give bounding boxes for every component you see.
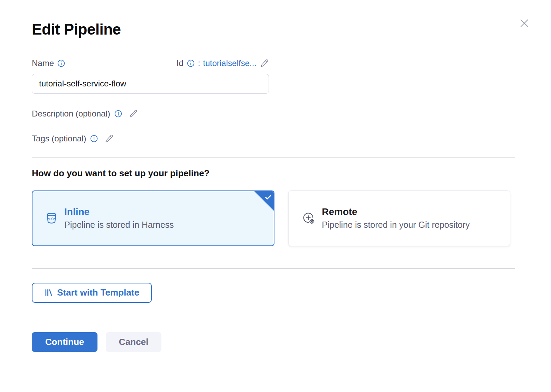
pencil-edit-icon[interactable] <box>129 109 138 118</box>
selected-corner-badge <box>254 191 274 211</box>
inline-option-description: Pipeline is stored in Harness <box>64 219 174 231</box>
id-value-link[interactable]: tutorialselfse... <box>203 58 256 68</box>
info-icon[interactable] <box>57 59 65 67</box>
inline-option-title: Inline <box>64 206 174 218</box>
store-option-inline[interactable]: </> Inline Pipeline is stored in Harness <box>32 190 274 246</box>
start-with-template-label: Start with Template <box>57 287 139 298</box>
inline-card-text: Inline Pipeline is stored in Harness <box>64 206 174 230</box>
name-id-row: Name Id : tutorialselfse... <box>32 58 269 68</box>
setup-heading: How do you want to set up your pipeline? <box>32 168 515 179</box>
close-button[interactable] <box>518 17 531 30</box>
start-with-template-button[interactable]: Start with Template <box>32 283 152 303</box>
divider <box>32 268 515 269</box>
info-icon[interactable] <box>187 59 195 67</box>
bucket-code-icon: </> <box>45 212 58 225</box>
id-label: Id <box>177 58 184 68</box>
description-label: Description (optional) <box>32 109 110 119</box>
tags-label: Tags (optional) <box>32 134 86 143</box>
description-row: Description (optional) <box>32 109 515 119</box>
dialog-actions: Continue Cancel <box>32 332 515 352</box>
store-option-remote[interactable]: Remote Pipeline is stored in your Git re… <box>288 190 510 246</box>
id-group: Id : tutorialselfse... <box>177 58 269 68</box>
close-icon <box>519 17 530 29</box>
continue-button[interactable]: Continue <box>32 332 97 352</box>
check-icon <box>264 193 272 201</box>
divider <box>32 157 515 158</box>
svg-text:</>: </> <box>48 216 55 221</box>
id-value-group: : tutorialselfse... <box>198 58 256 68</box>
info-icon[interactable] <box>90 135 98 142</box>
cancel-button[interactable]: Cancel <box>106 332 161 352</box>
pencil-edit-icon[interactable] <box>105 134 114 143</box>
id-separator: : <box>198 58 200 68</box>
pencil-edit-icon[interactable] <box>260 59 269 68</box>
edit-pipeline-dialog: Edit Pipeline Name Id : tutorialselfse..… <box>32 0 515 352</box>
info-icon[interactable] <box>114 110 122 118</box>
dialog-title: Edit Pipeline <box>32 0 515 38</box>
store-options: </> Inline Pipeline is stored in Harness <box>32 190 515 246</box>
circle-plus-git-icon <box>302 211 316 225</box>
remote-option-description: Pipeline is stored in your Git repositor… <box>322 219 470 231</box>
remote-card-text: Remote Pipeline is stored in your Git re… <box>322 206 470 230</box>
tags-row: Tags (optional) <box>32 134 515 143</box>
name-label-group: Name <box>32 58 65 68</box>
name-label: Name <box>32 58 54 68</box>
template-library-icon <box>44 288 53 297</box>
pipeline-name-input[interactable] <box>32 74 269 94</box>
remote-option-title: Remote <box>322 206 470 218</box>
